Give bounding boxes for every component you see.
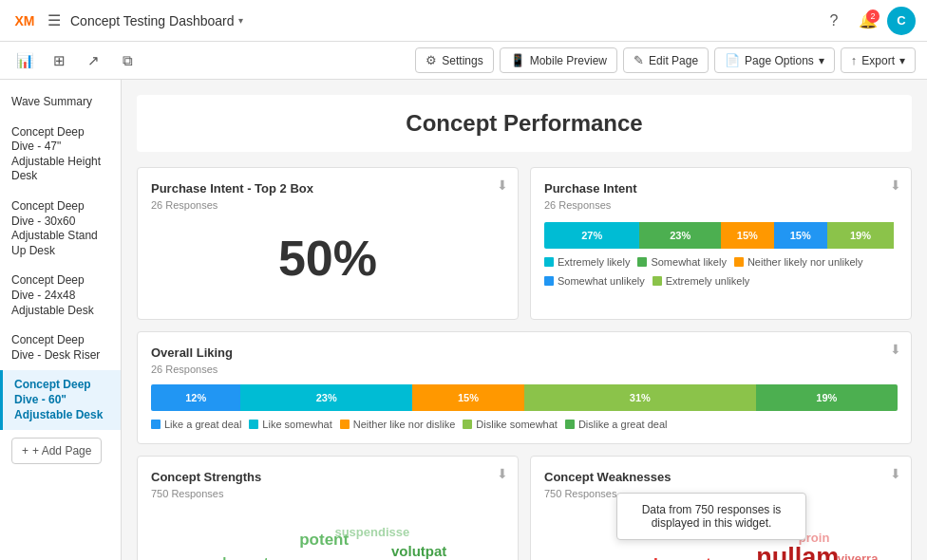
legend-extremely-likely: Extremely likely (544, 256, 630, 268)
top-widgets-grid: Purchase Intent - Top 2 Box 26 Responses… (137, 167, 912, 320)
toolbar: 📊 ⊞ ↗ ⧉ ⚙ Settings 📱 Mobile Preview ✎ Ed… (0, 42, 927, 80)
overall-liking-title: Overall Liking (151, 345, 898, 360)
liking-seg-1: 23% (240, 384, 412, 411)
sidebar: Wave Summary Concept Deep Dive - 47" Adj… (0, 80, 122, 560)
bar-chart-icon[interactable]: 📊 (11, 47, 38, 74)
toolbar-actions: ⚙ Settings 📱 Mobile Preview ✎ Edit Page … (415, 47, 916, 73)
legend-extremely-unlikely: Extremely unlikely (653, 275, 750, 287)
overall-liking-legend: Like a great deal Like somewhat Neither … (151, 419, 898, 430)
concept-strengths-cloud: commodo viverra dolorem lorem pharetra i… (151, 499, 504, 560)
concept-weaknesses-tooltip: Data from 750 responses is displayed in … (616, 493, 806, 540)
bar-seg-4: 19% (827, 222, 895, 249)
sidebar-item-60desk[interactable]: Concept Deep Dive - 60" Adjustable Desk (0, 370, 121, 430)
wword-elementum[interactable]: elementum (643, 555, 738, 560)
nav-right: ? 🔔 2 C (819, 6, 916, 36)
page-title: Concept Performance (137, 95, 912, 152)
wword-nullam[interactable]: nullam (756, 544, 839, 561)
sidebar-item-wave-summary[interactable]: Wave Summary (0, 87, 121, 118)
sidebar-item-deskriser[interactable]: Concept Deep Dive - Desk Riser (0, 326, 121, 370)
concept-strengths-responses: 750 Responses (151, 488, 504, 499)
purchase-intent-bar-title: Purchase Intent (544, 181, 898, 196)
page-options-button[interactable]: 📄 Page Options ▾ (714, 47, 835, 73)
concept-strengths-widget: Concept Strengths 750 Responses commodo … (137, 456, 519, 560)
bar-seg-3: 15% (774, 222, 827, 249)
concept-weaknesses-title: Concept Weaknesses (544, 470, 898, 484)
legend-like-somewhat: Like somewhat (249, 419, 331, 430)
download-weaknesses-icon[interactable]: ⬇ (890, 466, 901, 481)
sidebar-item-24x48desk[interactable]: Concept Deep Dive - 24x48 Adjustable Des… (0, 266, 121, 326)
liking-seg-2: 15% (412, 384, 524, 411)
word-suspendisse[interactable]: suspendisse (334, 526, 409, 539)
nav-title-text: Concept Testing Dashboard (70, 13, 235, 28)
legend-dot-2 (734, 257, 744, 267)
settings-button[interactable]: ⚙ Settings (415, 47, 493, 73)
wword-viverra[interactable]: viverra (838, 552, 879, 560)
concept-weaknesses-widget: Concept Weaknesses 750 Responses Data fr… (530, 456, 912, 560)
legend-ds-dot (463, 420, 472, 429)
legend-somewhat-unlikely: Somewhat unlikely (544, 275, 645, 287)
purchase-intent-bar-responses: 26 Responses (544, 199, 898, 211)
word-clouds-grid: Concept Strengths 750 Responses commodo … (137, 456, 912, 560)
download-bar-icon[interactable]: ⬇ (890, 177, 901, 193)
legend-nld-dot (340, 420, 350, 429)
export-button[interactable]: ↑ Export ▾ (841, 47, 916, 73)
purchase-intent-top2-value: 50% (151, 211, 504, 306)
legend-neither: Neither likely nor unlikely (734, 256, 863, 268)
overall-liking-responses: 26 Responses (151, 364, 898, 375)
sidebar-item-47desk[interactable]: Concept Deep Dive - 47" Adjustable Heigh… (0, 118, 121, 192)
add-page-icon: + (22, 444, 28, 457)
grid-icon[interactable]: ⊞ (46, 47, 72, 74)
legend-lgd-dot (151, 420, 161, 429)
add-page-button[interactable]: + + Add Page (11, 438, 102, 464)
liking-seg-3: 31% (524, 384, 756, 411)
purchase-intent-stacked-bar: 27% 23% 15% 15% 19% (544, 222, 898, 249)
legend-like-great-deal: Like a great deal (151, 419, 241, 430)
purchase-intent-top2-title: Purchase Intent - Top 2 Box (151, 181, 504, 196)
legend-dgd-dot (565, 420, 575, 429)
mobile-preview-button[interactable]: 📱 Mobile Preview (500, 47, 617, 73)
liking-seg-4: 19% (756, 384, 898, 411)
help-icon[interactable]: ? (819, 6, 849, 36)
legend-dot-1 (637, 257, 647, 267)
legend-dot-0 (544, 257, 554, 267)
legend-dot-3 (544, 276, 554, 286)
user-avatar[interactable]: C (887, 7, 916, 35)
copy-icon[interactable]: ⧉ (114, 47, 141, 74)
overall-liking-bar: 12% 23% 15% 31% 19% (151, 384, 898, 411)
legend-dislike-somewhat: Dislike somewhat (463, 419, 558, 430)
bar-seg-1: 23% (639, 222, 721, 249)
xm-logo: XM (11, 11, 38, 30)
legend-dot-4 (653, 276, 662, 286)
purchase-intent-bar-widget: Purchase Intent 26 Responses 27% 23% 15%… (530, 167, 912, 320)
legend-neither-like-dislike: Neither like nor dislike (340, 419, 456, 430)
nav-title[interactable]: Concept Testing Dashboard ▾ (70, 13, 243, 28)
export-icon: ↑ (851, 53, 858, 67)
purchase-intent-top2-responses: 26 Responses (151, 199, 504, 211)
settings-icon: ⚙ (426, 53, 437, 67)
notification-icon[interactable]: 🔔 2 (853, 6, 883, 36)
nav-title-caret: ▾ (238, 15, 243, 26)
page-options-caret: ▾ (819, 54, 824, 67)
bar-seg-2: 15% (721, 222, 774, 249)
legend-dislike-great-deal: Dislike a great deal (565, 419, 668, 430)
notification-badge: 2 (866, 9, 880, 23)
share-icon[interactable]: ↗ (80, 47, 106, 74)
hamburger-icon[interactable]: ☰ (47, 11, 61, 29)
bar-seg-0: 27% (544, 222, 639, 249)
download-liking-icon[interactable]: ⬇ (890, 342, 901, 357)
mobile-icon: 📱 (510, 53, 525, 67)
liking-seg-0: 12% (151, 384, 240, 411)
sidebar-item-30x60desk[interactable]: Concept Deep Dive - 30x60 Adjustable Sta… (0, 192, 121, 266)
word-elementum[interactable]: elementum (215, 555, 290, 560)
export-caret: ▾ (899, 54, 905, 67)
download-top2-icon[interactable]: ⬇ (497, 177, 508, 193)
concept-strengths-title: Concept Strengths (151, 470, 504, 484)
content-area: Concept Performance Purchase Intent - To… (122, 80, 927, 560)
page-icon: 📄 (725, 53, 740, 67)
edit-icon: ✎ (634, 53, 644, 67)
purchase-intent-top2-widget: Purchase Intent - Top 2 Box 26 Responses… (137, 167, 519, 320)
edit-page-button[interactable]: ✎ Edit Page (623, 47, 709, 73)
legend-ls-dot (249, 420, 258, 429)
word-volutpat[interactable]: volutpat (391, 544, 446, 560)
download-strengths-icon[interactable]: ⬇ (497, 466, 508, 481)
